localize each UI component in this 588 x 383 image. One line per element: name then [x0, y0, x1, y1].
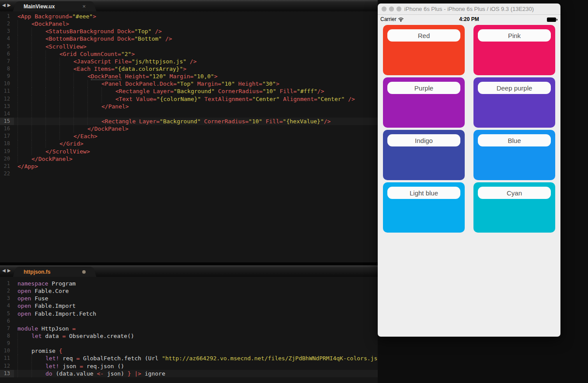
line-number: 12 — [0, 362, 14, 370]
indent-guide — [31, 362, 45, 370]
color-card: Blue — [473, 130, 555, 180]
code-token: /> — [162, 35, 172, 42]
code-token: "Center" — [252, 96, 280, 102]
indent-guide — [59, 58, 73, 65]
color-card: Indigo — [383, 130, 465, 180]
indent-guide — [31, 28, 45, 35]
indent-guide — [87, 110, 101, 118]
tab-nav-arrows[interactable]: ◀▶ — [2, 3, 12, 7]
indent-guide — [45, 73, 59, 80]
indent-guide — [31, 73, 45, 80]
indent-guide — [17, 87, 31, 95]
indent-guide — [17, 50, 31, 58]
indent-guide — [17, 110, 31, 118]
window-title: iPhone 6s Plus - iPhone 6s Plus / iOS 9.… — [378, 3, 560, 14]
tab-close-icon[interactable]: × — [82, 3, 86, 9]
nav-back-icon[interactable]: ◀ — [2, 268, 7, 273]
indent-guide — [31, 95, 45, 103]
code-token: "{hexValue}" — [283, 118, 324, 125]
code-token: Margin= — [166, 73, 194, 80]
color-card-grid: RedPinkPurpleDeep purpleIndigoBlueLight … — [383, 25, 555, 233]
code-token: </DockPanel> — [31, 156, 73, 162]
simulator-titlebar[interactable]: iPhone 6s Plus - iPhone 6s Plus / iOS 9.… — [378, 3, 560, 15]
code-token: <Text Value= — [115, 96, 157, 102]
code-token: DockPanel — [91, 73, 122, 80]
indent-guide — [73, 110, 87, 118]
indent-guide — [17, 132, 31, 140]
code-token: "{colorName}" — [157, 96, 201, 102]
indent-guide — [31, 50, 45, 58]
line-number: 3 — [0, 295, 14, 302]
indent-guide — [31, 370, 45, 377]
indent-guide — [101, 87, 115, 95]
window-minimize-icon[interactable] — [389, 7, 394, 11]
indent-guide — [45, 65, 59, 73]
code-token: Alignment= — [280, 96, 317, 102]
code-token: Fable.Core — [31, 288, 69, 294]
code-token: <DockPanel> — [31, 21, 69, 27]
code-token: do — [45, 370, 52, 377]
code-token: </App> — [17, 163, 38, 170]
code-token: "Center" — [317, 96, 345, 102]
code-token: > — [276, 80, 279, 87]
indent-guide — [17, 362, 31, 370]
color-card: Light blue — [383, 182, 465, 233]
code-token: > — [183, 66, 186, 72]
indent-guide — [87, 95, 101, 103]
indent-guide — [17, 28, 31, 35]
tab-mainview-ux[interactable]: MainView.ux × — [18, 1, 91, 11]
code-token: /> — [324, 118, 331, 125]
code-token: GlobalFetch.fetch (Url — [80, 355, 162, 362]
code-token: "10" — [263, 88, 276, 94]
code-token: "js/httpjson.js" — [132, 58, 186, 65]
code-token: "30" — [262, 80, 276, 87]
code-token: "{data.colorsArray}" — [115, 66, 183, 72]
nav-forward-icon[interactable]: ▶ — [7, 3, 13, 7]
line-number: 16 — [0, 125, 14, 132]
indent-guide — [45, 140, 59, 147]
code-token: <Panel DockPanel.Dock= — [101, 80, 177, 87]
code-token: > — [214, 73, 218, 80]
indent-guide — [31, 355, 45, 362]
color-card-label: Purple — [387, 82, 460, 94]
nav-forward-icon[interactable]: ▶ — [7, 268, 13, 273]
indent-guide — [45, 118, 59, 125]
code-token: <JavaScript File= — [73, 58, 132, 65]
indent-guide — [59, 103, 73, 110]
line-number-gutter: 12345678910111213 — [0, 280, 14, 377]
indent-guide — [17, 125, 31, 132]
indent-guide — [73, 95, 87, 103]
code-token: <App Background= — [17, 13, 72, 20]
indent-guide — [45, 95, 59, 103]
line-number: 1 — [0, 280, 14, 287]
nav-back-icon[interactable]: ◀ — [2, 3, 7, 7]
code-token: "10,0" — [194, 73, 214, 80]
color-card: Pink — [473, 25, 555, 75]
tab-nav-arrows[interactable]: ◀▶ — [2, 268, 12, 273]
code-token: "#eee" — [72, 13, 93, 20]
line-number: 15 — [0, 118, 14, 125]
indent-guide — [17, 43, 31, 50]
line-number: 22 — [0, 170, 14, 178]
code-token: </DockPanel> — [87, 125, 129, 132]
code-token: let! — [45, 355, 59, 362]
code-token: /> — [344, 96, 355, 102]
code-token: json) — [104, 370, 128, 377]
code-token: req — [59, 355, 76, 362]
tab-httpjson-fs[interactable]: httpjson.fs — [18, 267, 91, 277]
code-token: module — [17, 325, 38, 332]
indent-guide — [17, 140, 31, 147]
code-token: Fill= — [262, 118, 283, 125]
window-zoom-icon[interactable] — [397, 7, 401, 11]
indent-guide — [45, 58, 59, 65]
code-token: let! — [45, 363, 59, 369]
code-token: let — [31, 333, 42, 339]
status-time: 4:20 PM — [378, 15, 560, 24]
indent-guide — [31, 80, 45, 87]
window-close-icon[interactable] — [382, 7, 386, 11]
indent-guide — [31, 103, 45, 110]
line-number: 7 — [0, 58, 14, 65]
simulator-screen[interactable]: Carrier 4:20 PM RedPinkPurpleDeep purple… — [378, 15, 560, 337]
code-token: json — [59, 363, 80, 369]
line-number: 1 — [0, 13, 14, 20]
